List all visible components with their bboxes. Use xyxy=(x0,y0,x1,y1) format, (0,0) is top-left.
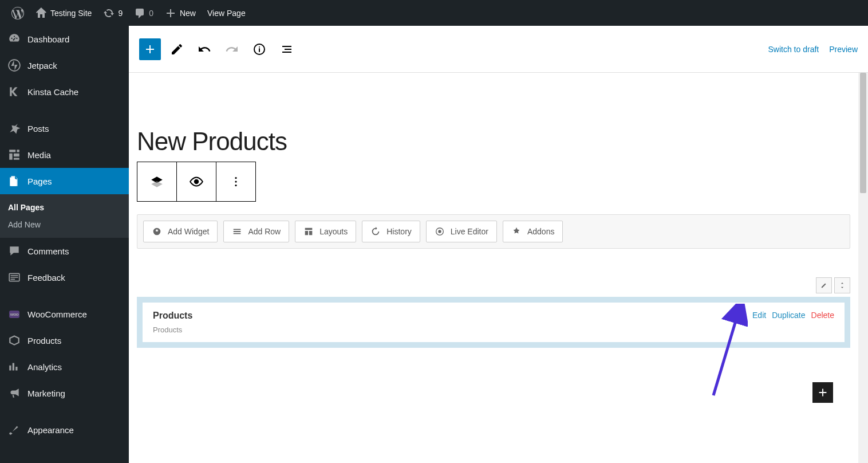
view-page-label: View Page xyxy=(207,9,246,18)
history-button[interactable]: History xyxy=(362,221,420,242)
svg-point-4 xyxy=(235,177,236,179)
separator xyxy=(0,406,129,417)
sidebar-item-jetpack[interactable]: Jetpack xyxy=(0,52,129,79)
kinsta-icon xyxy=(7,84,22,99)
svg-point-6 xyxy=(235,185,236,186)
menu-label: Marketing xyxy=(27,389,65,398)
info-button[interactable] xyxy=(248,38,271,61)
add-block-button[interactable] xyxy=(139,38,161,60)
sidebar-item-media[interactable]: Media xyxy=(0,142,129,168)
comments-count: 0 xyxy=(149,9,153,18)
admin-bar: Testing Site 9 0 New View Page xyxy=(0,0,868,26)
widget-info: Products Products xyxy=(153,311,192,334)
sidebar-item-posts[interactable]: Posts xyxy=(0,115,129,142)
megaphone-icon xyxy=(7,386,22,401)
dashboard-icon xyxy=(7,32,22,46)
new-label: New xyxy=(180,9,196,18)
sub-item-all-pages[interactable]: All Pages xyxy=(0,199,129,216)
edit-mode-button[interactable] xyxy=(165,38,188,61)
new-content-link[interactable]: New xyxy=(159,0,202,26)
separator xyxy=(0,105,129,115)
widget-edit-link[interactable]: Edit xyxy=(752,311,766,320)
preview-link[interactable]: Preview xyxy=(829,45,858,54)
svg-point-0 xyxy=(9,60,20,71)
admin-sidebar: Dashboard Jetpack Kinsta Cache Posts Med… xyxy=(0,26,129,463)
menu-label: Analytics xyxy=(27,362,62,372)
editor-right-tools: Switch to draft Preview xyxy=(768,45,858,54)
widget-duplicate-link[interactable]: Duplicate xyxy=(772,311,805,320)
row-settings-button[interactable] xyxy=(816,277,832,293)
add-block-floating-button[interactable] xyxy=(812,382,833,403)
pages-icon xyxy=(7,174,22,189)
sidebar-item-appearance[interactable]: Appearance xyxy=(0,417,129,443)
sidebar-item-comments[interactable]: Comments xyxy=(0,238,129,264)
btn-label: Live Editor xyxy=(451,227,488,236)
layouts-button[interactable]: Layouts xyxy=(295,221,356,242)
menu-label: Media xyxy=(27,150,51,160)
woo-icon: woo xyxy=(7,307,22,321)
widget-item-products[interactable]: Products Products Edit Duplicate Delete xyxy=(143,303,845,342)
sidebar-item-feedback[interactable]: Feedback xyxy=(0,264,129,291)
sidebar-item-analytics[interactable]: Analytics xyxy=(0,354,129,380)
outline-button[interactable] xyxy=(275,38,298,61)
comment-icon xyxy=(134,7,145,19)
add-widget-button[interactable]: Add Widget xyxy=(143,221,218,242)
products-icon xyxy=(7,333,22,348)
page-title[interactable]: New Products xyxy=(137,127,858,156)
sub-item-add-new[interactable]: Add New xyxy=(0,216,129,233)
editor-toolbar: Switch to draft Preview xyxy=(129,26,868,73)
updates-count: 9 xyxy=(118,9,123,18)
jetpack-icon xyxy=(7,58,22,73)
row-move-button[interactable] xyxy=(834,277,850,293)
widget-delete-link[interactable]: Delete xyxy=(811,311,834,320)
widget-actions: Edit Duplicate Delete xyxy=(752,311,834,320)
builder-row[interactable]: Products Products Edit Duplicate Delete xyxy=(137,297,850,348)
site-name: Testing Site xyxy=(50,9,92,18)
comments-link[interactable]: 0 xyxy=(128,0,159,26)
sidebar-item-marketing[interactable]: Marketing xyxy=(0,380,129,406)
btn-label: Add Row xyxy=(248,227,281,236)
live-editor-button[interactable]: Live Editor xyxy=(426,221,497,242)
widget-subtitle: Products xyxy=(153,325,192,334)
feedback-icon xyxy=(7,270,22,285)
menu-label: Products xyxy=(27,336,61,346)
menu-label: Appearance xyxy=(27,425,74,435)
home-icon xyxy=(35,7,47,19)
updates-link[interactable]: 9 xyxy=(97,0,128,26)
menu-label: Posts xyxy=(27,124,49,134)
block-options-button[interactable] xyxy=(216,162,256,202)
scrollbar-thumb[interactable] xyxy=(860,73,866,193)
addons-button[interactable]: Addons xyxy=(503,221,563,242)
editor-left-tools xyxy=(139,38,298,61)
refresh-icon xyxy=(103,7,115,19)
block-toolbar xyxy=(137,162,858,202)
wordpress-logo[interactable] xyxy=(6,0,30,26)
add-row-button[interactable]: Add Row xyxy=(223,221,289,242)
redo-button[interactable] xyxy=(220,38,243,61)
sidebar-item-kinsta[interactable]: Kinsta Cache xyxy=(0,79,129,105)
svg-point-3 xyxy=(195,180,199,184)
block-type-button[interactable] xyxy=(137,162,177,202)
view-page-link[interactable]: View Page xyxy=(202,0,251,26)
separator xyxy=(0,291,129,301)
scrollbar-track[interactable] xyxy=(858,73,868,463)
menu-label: Feedback xyxy=(27,273,65,282)
sidebar-item-woocommerce[interactable]: woo WooCommerce xyxy=(0,301,129,327)
block-preview-button[interactable] xyxy=(176,162,216,202)
undo-button[interactable] xyxy=(193,38,216,61)
menu-label: Dashboard xyxy=(27,34,69,44)
sidebar-item-dashboard[interactable]: Dashboard xyxy=(0,26,129,52)
menu-label: Jetpack xyxy=(27,61,57,70)
svg-point-5 xyxy=(235,181,236,182)
menu-label: Comments xyxy=(27,246,69,256)
sidebar-item-products[interactable]: Products xyxy=(0,327,129,354)
menu-label: WooCommerce xyxy=(27,309,87,319)
svg-point-8 xyxy=(438,230,441,233)
sidebar-item-pages[interactable]: Pages xyxy=(0,168,129,194)
menu-label: Pages xyxy=(27,176,52,186)
editor-canvas: New Products Add Widget Add Row Layouts … xyxy=(129,73,858,463)
switch-to-draft-link[interactable]: Switch to draft xyxy=(768,45,819,54)
row-tools xyxy=(137,277,850,293)
site-name-link[interactable]: Testing Site xyxy=(30,0,97,26)
btn-label: Layouts xyxy=(319,227,348,236)
